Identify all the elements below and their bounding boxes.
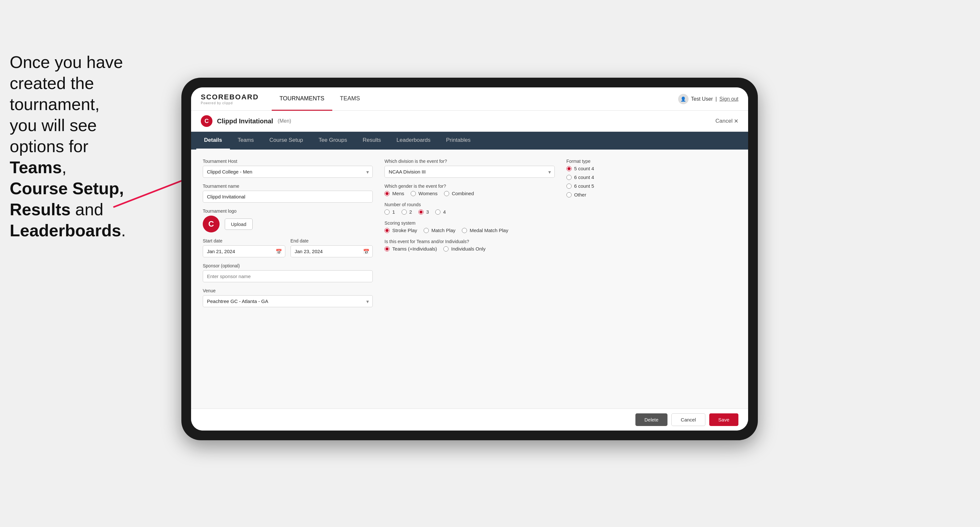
start-date-wrapper: 📅: [203, 245, 285, 257]
tournament-host-select[interactable]: Clippd College - Men: [203, 166, 373, 178]
format-5count4-label: 5 count 4: [574, 166, 594, 171]
rounds-1-label: 1: [392, 209, 395, 214]
sponsor-label: Sponsor (optional): [203, 263, 373, 268]
tournament-gender: (Men): [278, 118, 291, 124]
format-6count5-radio[interactable]: [566, 184, 572, 189]
nav-teams[interactable]: TEAMS: [332, 87, 368, 111]
tab-teams[interactable]: Teams: [230, 132, 262, 149]
save-button[interactable]: Save: [709, 413, 738, 426]
rounds-2[interactable]: 2: [402, 209, 412, 214]
gender-womens[interactable]: Womens: [410, 190, 438, 196]
scoring-stroke-play-label: Stroke Play: [392, 227, 417, 233]
venue-group: Venue Peachtree GC - Atlanta - GA: [203, 288, 373, 307]
format-6count5[interactable]: 6 count 5: [566, 183, 737, 189]
end-date-group: End date 📅: [291, 238, 373, 257]
end-date-input[interactable]: [291, 245, 373, 257]
format-other[interactable]: Other: [566, 192, 737, 197]
tournament-name: Clippd Invitational: [217, 117, 273, 125]
cancel-button-header[interactable]: Cancel ✕: [715, 118, 738, 125]
format-type-label: Format type: [566, 159, 737, 164]
sponsor-group: Sponsor (optional): [203, 263, 373, 282]
gender-group: Which gender is the event for? Mens Wome…: [384, 184, 554, 196]
tab-details[interactable]: Details: [196, 132, 230, 149]
tab-tee-groups[interactable]: Tee Groups: [311, 132, 355, 149]
user-name: Test User: [691, 96, 713, 102]
cancel-button-footer[interactable]: Cancel: [671, 413, 705, 426]
scoring-stroke-play[interactable]: Stroke Play: [384, 227, 417, 233]
tab-course-setup[interactable]: Course Setup: [262, 132, 311, 149]
tab-leaderboards[interactable]: Leaderboards: [389, 132, 438, 149]
rounds-radio-group: 1 2 3 4: [384, 209, 554, 214]
delete-button[interactable]: Delete: [635, 413, 668, 426]
rounds-1-radio[interactable]: [384, 210, 390, 214]
rounds-2-label: 2: [409, 209, 412, 214]
gender-radio-group: Mens Womens Combined: [384, 190, 554, 196]
format-6count4-radio[interactable]: [566, 175, 572, 180]
format-6count4[interactable]: 6 count 4: [566, 175, 737, 180]
teams-plus-individuals[interactable]: Teams (+Individuals): [384, 246, 437, 252]
tournament-name-group: Tournament name: [203, 184, 373, 203]
rounds-label: Number of rounds: [384, 202, 554, 207]
rounds-3[interactable]: 3: [418, 209, 429, 214]
tabs-bar: Details Teams Course Setup Tee Groups Re…: [191, 132, 748, 149]
venue-select-wrapper: Peachtree GC - Atlanta - GA: [203, 295, 373, 307]
scoring-medal-match-play-label: Medal Match Play: [469, 227, 508, 233]
tournament-name-label: Tournament name: [203, 184, 373, 189]
format-other-radio[interactable]: [566, 192, 572, 197]
gender-mens[interactable]: Mens: [384, 190, 404, 196]
division-select[interactable]: NCAA Division III: [384, 166, 554, 178]
scoring-match-play[interactable]: Match Play: [423, 227, 455, 233]
separator: |: [715, 96, 717, 102]
format-6count4-label: 6 count 4: [574, 175, 594, 180]
tournament-header: C Clippd Invitational (Men) Cancel ✕: [191, 111, 748, 132]
sponsor-input[interactable]: [203, 270, 373, 282]
rounds-2-radio[interactable]: [402, 210, 407, 214]
tablet-device: SCOREBOARD Powered by clippd TOURNAMENTS…: [181, 78, 758, 440]
scoring-medal-match-play[interactable]: Medal Match Play: [462, 227, 508, 233]
gender-combined-label: Combined: [452, 190, 474, 196]
rounds-1[interactable]: 1: [384, 209, 395, 214]
venue-label: Venue: [203, 288, 373, 293]
tab-printables[interactable]: Printables: [438, 132, 478, 149]
main-content: Tournament Host Clippd College - Men Tou…: [191, 149, 748, 408]
form-col-1: Tournament Host Clippd College - Men Tou…: [203, 159, 373, 307]
venue-select[interactable]: Peachtree GC - Atlanta - GA: [203, 295, 373, 307]
scoring-stroke-play-radio[interactable]: [384, 228, 390, 233]
sign-out-link[interactable]: Sign out: [719, 96, 738, 102]
start-date-label: Start date: [203, 238, 285, 243]
end-date-label: End date: [291, 238, 373, 243]
format-5count4-radio[interactable]: [566, 166, 572, 171]
tournament-host-label: Tournament Host: [203, 159, 373, 164]
gender-womens-radio[interactable]: [410, 191, 416, 196]
teams-plus-individuals-radio[interactable]: [384, 246, 390, 252]
scoring-match-play-radio[interactable]: [423, 228, 429, 233]
tournament-name-input[interactable]: [203, 190, 373, 203]
form-col-2: Which division is the event for? NCAA Di…: [384, 159, 554, 307]
scoring-label: Scoring system: [384, 221, 554, 225]
tab-results[interactable]: Results: [355, 132, 389, 149]
tournament-logo-label: Tournament logo: [203, 208, 373, 214]
rounds-3-radio[interactable]: [418, 210, 423, 214]
individuals-only[interactable]: Individuals Only: [443, 246, 485, 252]
logo-area: SCOREBOARD Powered by clippd: [201, 93, 259, 105]
gender-combined[interactable]: Combined: [444, 190, 474, 196]
scoring-medal-match-play-radio[interactable]: [462, 228, 467, 233]
rounds-3-label: 3: [426, 209, 429, 214]
gender-combined-radio[interactable]: [444, 191, 449, 196]
upload-button[interactable]: Upload: [225, 219, 253, 230]
division-select-wrapper: NCAA Division III: [384, 166, 554, 178]
logo-upload-area: C Upload: [203, 216, 373, 232]
logo-preview: C: [203, 216, 220, 232]
user-area: 👤 Test User | Sign out: [678, 94, 738, 104]
nav-tournaments[interactable]: TOURNAMENTS: [272, 87, 332, 111]
gender-mens-radio[interactable]: [384, 191, 390, 196]
rounds-4[interactable]: 4: [435, 209, 445, 214]
individuals-only-radio[interactable]: [443, 246, 449, 252]
top-navigation: SCOREBOARD Powered by clippd TOURNAMENTS…: [191, 87, 748, 111]
user-avatar-icon: 👤: [678, 94, 689, 104]
format-5count4[interactable]: 5 count 4: [566, 166, 737, 171]
tablet-screen: SCOREBOARD Powered by clippd TOURNAMENTS…: [191, 87, 748, 430]
gender-label: Which gender is the event for?: [384, 184, 554, 189]
start-date-input[interactable]: [203, 245, 285, 257]
rounds-4-radio[interactable]: [435, 210, 441, 214]
